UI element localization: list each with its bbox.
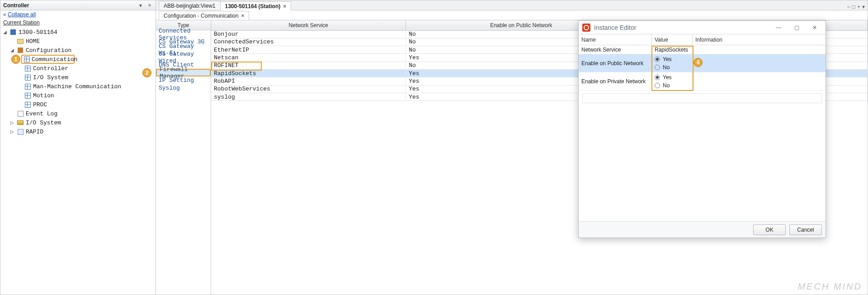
ed-ns-label: Network Service [579, 45, 652, 54]
folder-icon [17, 39, 24, 44]
io-icon [17, 120, 24, 125]
watermark: MECH MIND [797, 281, 862, 292]
tree-io-system-cfg[interactable]: I/O System [0, 73, 156, 82]
drop-icon[interactable]: ▾ [862, 4, 865, 10]
radio-priv-yes[interactable] [655, 75, 660, 80]
ed-pub-value: Yes No [652, 54, 693, 72]
grid-icon [25, 102, 31, 108]
plus-icon[interactable]: + [857, 4, 860, 10]
eventlog-icon [18, 111, 24, 117]
ed-col-value: Value [652, 34, 693, 45]
tree-home[interactable]: HOME [0, 37, 156, 46]
tree-motion[interactable]: Motion [0, 91, 156, 100]
close-icon[interactable]: × [241, 13, 244, 19]
rest-icon[interactable]: □ [852, 4, 855, 10]
tree-mmc[interactable]: Man-Machine Communication [0, 82, 156, 91]
panel-title: Controller [3, 2, 135, 9]
panel-pin-icon[interactable]: ▾ [137, 2, 144, 9]
radio-priv-no[interactable] [655, 83, 660, 88]
collapse-chevron-icon[interactable]: « [3, 11, 6, 18]
radio-pub-no[interactable] [655, 65, 660, 70]
cell-ns: syslog [211, 93, 406, 100]
tree-station[interactable]: ◢1300-501164 [0, 28, 156, 37]
rapid-icon [18, 129, 24, 135]
config-icon [18, 48, 23, 53]
cell-ns: RapidSockets [211, 69, 406, 77]
current-station-label: Current Station [0, 19, 156, 27]
sub-tabs: Configuration - Communication× [156, 10, 868, 20]
ok-button[interactable]: OK [753, 224, 786, 235]
ed-priv-label: Enable on Private Network [579, 72, 652, 90]
grid-icon [25, 84, 31, 90]
editor-app-icon [582, 24, 590, 32]
close-icon[interactable]: ✕ [807, 24, 822, 31]
editor-titlebar[interactable]: Instance Editor — ▢ ✕ [579, 21, 826, 34]
cell-ns: RobAPI [211, 77, 406, 85]
cancel-button[interactable]: Cancel [789, 224, 822, 235]
cell-ns: RobotWebServices [211, 85, 406, 93]
ed-pub-label: Enable on Public Network [579, 54, 652, 72]
grid-icon [25, 93, 31, 99]
min-icon[interactable]: – [847, 4, 850, 10]
editor-title: Instance Editor [594, 24, 768, 31]
ed-priv-value: Yes No [652, 72, 693, 90]
ed-priv-info [693, 72, 826, 90]
minimize-icon[interactable]: — [771, 24, 786, 31]
instance-editor: Instance Editor — ▢ ✕ Name Value Informa… [578, 20, 826, 238]
radio-pub-yes[interactable] [655, 57, 660, 62]
cell-ns: Netscan [211, 54, 406, 62]
tab-view1[interactable]: ABB-beijinglab:View1 [159, 1, 221, 10]
grid-icon [24, 57, 30, 62]
tree-configuration[interactable]: ◢Configuration [0, 46, 156, 55]
cell-ns: ROFINET [211, 62, 406, 69]
type-item-cs-gateway-wired[interactable]: CS Gateway Wired [156, 53, 211, 61]
tree-communication[interactable]: Communication [21, 55, 75, 64]
panel-close-icon[interactable]: × [146, 2, 153, 9]
ed-ns-info [693, 45, 826, 54]
tab-toolbar: – □ + ▾ [847, 4, 868, 10]
cell-ns: Bonjour [211, 30, 406, 38]
subtab-config-comm[interactable]: Configuration - Communication× [159, 11, 249, 20]
editor-message [582, 93, 822, 103]
close-icon[interactable]: × [283, 3, 286, 10]
ed-pub-info: 4 [693, 54, 826, 72]
maximize-icon[interactable]: ▢ [789, 24, 804, 31]
badge-1: 1 [11, 55, 20, 64]
tree-rapid[interactable]: ▷RAPID [0, 127, 156, 136]
controller-icon [10, 29, 16, 35]
editor-footer: OK Cancel [579, 221, 826, 238]
tree-proc[interactable]: PROC [0, 100, 156, 109]
cell-ns: EtherNetIP [211, 46, 406, 54]
workspace: ABB-beijinglab:View1 1300-501164 (Statio… [156, 0, 868, 295]
editor-grid: Name Value Information Network Service R… [579, 34, 826, 90]
ed-col-name: Name [579, 34, 652, 45]
type-item-connected-services[interactable]: Connected Services [156, 30, 211, 38]
type-list: Type Connected ServicesCS Gateway 3GCS G… [156, 20, 211, 295]
doc-tabs: ABB-beijinglab:View1 1300-501164 (Statio… [156, 0, 868, 10]
grid-icon [25, 66, 31, 71]
type-item-syslog[interactable]: Syslog [156, 84, 211, 92]
cell-ns: ConnectedServices [211, 38, 406, 46]
badge-2: 2 [142, 68, 151, 77]
badge-4: 4 [693, 58, 703, 67]
panel-header: Controller ▾ × [0, 0, 156, 10]
controller-tree: ◢1300-501164 HOME ◢Configuration 1 Commu… [0, 27, 156, 295]
ed-col-info: Information [693, 34, 826, 45]
tab-station[interactable]: 1300-501164 (Station)× [220, 1, 292, 10]
tree-io-system[interactable]: ▷I/O System [0, 118, 156, 127]
collapse-all-link[interactable]: Collapse all [8, 11, 36, 18]
grid-icon [25, 75, 31, 81]
col-network-service[interactable]: Network Service [211, 20, 406, 30]
controller-panel: Controller ▾ × « Collapse all Current St… [0, 0, 156, 295]
tree-event-log[interactable]: Event Log [0, 109, 156, 118]
tree-controller[interactable]: Controller [0, 64, 156, 73]
ed-ns-value[interactable]: RapidSockets [652, 45, 693, 54]
type-item-firewall-manager[interactable]: Firewall Manager [156, 69, 211, 76]
